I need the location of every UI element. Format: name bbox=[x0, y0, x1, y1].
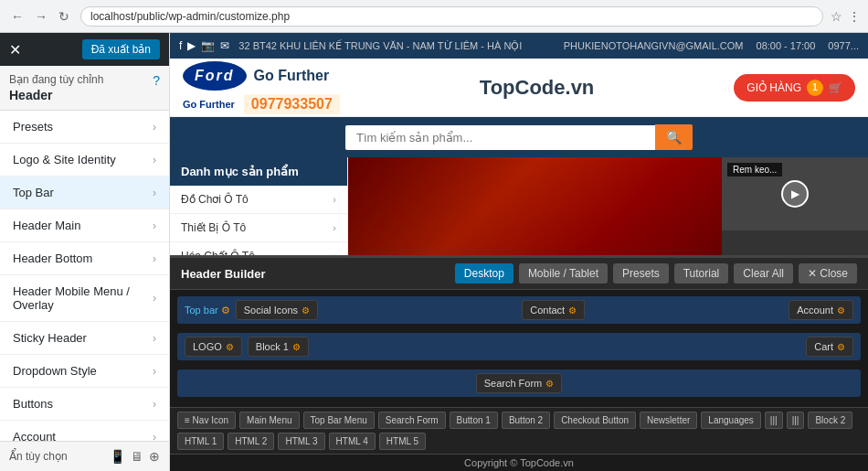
clear-all-button[interactable]: Clear All bbox=[734, 263, 793, 284]
topbar-label: Top bar bbox=[185, 305, 218, 316]
social-right: PHUKIENOTOHANGIVN@GMAIL.COM 08:00 - 17:0… bbox=[564, 40, 859, 51]
checkout-button-element[interactable]: Checkout Button bbox=[554, 412, 636, 429]
sidebar-item-topbar[interactable]: Top Bar › bbox=[0, 177, 169, 209]
search-button[interactable]: 🔍 bbox=[655, 124, 693, 150]
tutorial-button[interactable]: Tutorial bbox=[674, 263, 729, 284]
slot-gear-icon[interactable]: ⚙ bbox=[545, 379, 554, 389]
html1-element[interactable]: HTML 1 bbox=[177, 433, 224, 450]
sidebar-item-logo[interactable]: Logo & Site Identity › bbox=[0, 144, 169, 177]
slot-gear-icon[interactable]: ⚙ bbox=[292, 342, 301, 352]
category-item-2[interactable]: Thiết Bị Ô Tô › bbox=[170, 214, 347, 242]
sidebar-bottom: Ẩn tùy chọn 📱 🖥 ⊕ bbox=[0, 441, 169, 471]
mobile-view-icon[interactable]: 📱 bbox=[110, 449, 125, 464]
desktop-view-icon[interactable]: 🖥 bbox=[131, 449, 143, 464]
phone-number: 0977933507 bbox=[244, 94, 340, 114]
newsletter-element[interactable]: Newsletter bbox=[640, 412, 697, 429]
url-bar[interactable] bbox=[80, 6, 823, 27]
top-social-bar: f ▶ 📷 ✉ 32 BT42 KHU LIÊN KẾ TRUNG VĂN - … bbox=[170, 33, 868, 59]
presets-button[interactable]: Presets bbox=[613, 263, 669, 284]
slot-label: Social Icons bbox=[244, 305, 298, 316]
slot-gear-icon[interactable]: ⚙ bbox=[302, 305, 310, 316]
sidebar-item-label: Presets bbox=[13, 120, 53, 134]
instagram-icon[interactable]: 📷 bbox=[201, 39, 215, 52]
category-item-1[interactable]: Đồ Chơi Ô Tô › bbox=[170, 186, 347, 214]
phone-text: 0977... bbox=[828, 40, 859, 51]
video-thumb[interactable]: Rem keo... ▶ bbox=[722, 157, 868, 230]
forward-button[interactable]: → bbox=[31, 7, 51, 26]
slot-label: Account bbox=[797, 305, 833, 316]
close-builder-button[interactable]: ✕ Close bbox=[799, 263, 857, 284]
chevron-right-icon: › bbox=[153, 332, 156, 345]
block2-element[interactable]: Block 2 bbox=[808, 412, 852, 429]
sidebar-item-label: Sticky Header bbox=[13, 331, 87, 345]
search-row-inner: Search Form ⚙ bbox=[177, 369, 861, 397]
sidebar-item-presets[interactable]: Presets › bbox=[0, 111, 169, 144]
sidebar-item-header-bottom[interactable]: Header Bottom › bbox=[0, 242, 169, 275]
desktop-view-button[interactable]: Desktop bbox=[455, 263, 513, 284]
hb-actions: Desktop Mobile / Tablet Presets Tutorial… bbox=[455, 263, 857, 284]
chevron-right-icon: › bbox=[153, 365, 156, 378]
mail-icon[interactable]: ✉ bbox=[220, 39, 229, 52]
html4-element[interactable]: HTML 4 bbox=[329, 433, 376, 450]
slot-gear-icon[interactable]: ⚙ bbox=[226, 342, 234, 352]
back-button[interactable]: ← bbox=[7, 7, 27, 26]
ford-badge: Ford bbox=[183, 61, 247, 91]
account-slot[interactable]: Account ⚙ bbox=[789, 300, 853, 320]
publish-button[interactable]: Đã xuất bản bbox=[82, 39, 160, 59]
html3-element[interactable]: HTML 3 bbox=[278, 433, 324, 450]
menu-icon: ⋮ bbox=[848, 9, 861, 24]
sidebar-close-button[interactable]: ✕ bbox=[9, 41, 21, 59]
search-form-element[interactable]: Search Form bbox=[378, 412, 446, 429]
sidebar-item-buttons[interactable]: Buttons › bbox=[0, 388, 169, 421]
gear-icon[interactable]: ⚙ bbox=[221, 305, 230, 316]
cart-button[interactable]: GIỎ HÀNG 1 🛒 bbox=[734, 74, 855, 102]
button2-element[interactable]: Button 2 bbox=[502, 412, 550, 429]
nav-icon-element[interactable]: ≡ Nav Icon bbox=[177, 412, 236, 429]
slot-gear-icon[interactable]: ⚙ bbox=[568, 305, 577, 316]
sidebar-item-label: Buttons bbox=[13, 397, 53, 411]
social-icons: f ▶ 📷 ✉ bbox=[179, 39, 229, 52]
contact-slot[interactable]: Contact ⚙ bbox=[522, 300, 585, 320]
social-icons-slot[interactable]: Social Icons ⚙ bbox=[236, 300, 318, 320]
separator-element-2[interactable]: ||| bbox=[787, 412, 805, 429]
languages-element[interactable]: Languages bbox=[701, 412, 761, 429]
category-menu: Danh mục sản phẩm Đồ Chơi Ô Tô › Thiết B… bbox=[170, 157, 348, 255]
logo-slot[interactable]: LOGO ⚙ bbox=[185, 337, 242, 357]
preview-area: f ▶ 📷 ✉ 32 BT42 KHU LIÊN KẾ TRUNG VĂN - … bbox=[170, 33, 868, 471]
cart-slot[interactable]: Cart ⚙ bbox=[806, 337, 853, 357]
topbar-row-inner: Top bar ⚙ Social Icons ⚙ Contact ⚙ bbox=[177, 296, 861, 324]
ford-logo-area: Ford Go Further Go Further 0977933507 bbox=[183, 61, 340, 114]
facebook-icon[interactable]: f bbox=[179, 39, 182, 52]
separator-element-1[interactable]: ||| bbox=[765, 412, 783, 429]
main-menu-element[interactable]: Main Menu bbox=[239, 412, 299, 429]
top-bar-menu-element[interactable]: Top Bar Menu bbox=[303, 412, 375, 429]
builder-rows: Top bar ⚙ Social Icons ⚙ Contact ⚙ bbox=[170, 290, 868, 407]
search-form-slot[interactable]: Search Form ⚙ bbox=[476, 373, 563, 393]
search-row: Search Form ⚙ bbox=[177, 367, 861, 400]
sidebar-item-dropdown[interactable]: Dropdown Style › bbox=[0, 355, 169, 388]
add-icon[interactable]: ⊕ bbox=[149, 449, 160, 464]
play-button[interactable]: ▶ bbox=[781, 180, 809, 208]
category-item-3[interactable]: Hóa Chất Ô Tô › bbox=[170, 242, 347, 255]
cart-label: GIỎ HÀNG bbox=[746, 81, 801, 94]
sidebar-item-header-main[interactable]: Header Main › bbox=[0, 209, 169, 242]
main-container: ✕ Đã xuất bản Bạn đang tùy chỉnh Header … bbox=[0, 33, 868, 471]
refresh-button[interactable]: ↻ bbox=[55, 7, 73, 26]
mobile-view-button[interactable]: Mobile / Tablet bbox=[519, 263, 608, 284]
sidebar-item-account[interactable]: Account › bbox=[0, 421, 169, 441]
html2-element[interactable]: HTML 2 bbox=[228, 433, 274, 450]
button1-element[interactable]: Button 1 bbox=[450, 412, 498, 429]
slot-gear-icon[interactable]: ⚙ bbox=[837, 305, 845, 316]
header-builder: Header Builder Desktop Mobile / Tablet P… bbox=[170, 255, 868, 471]
sidebar-item-sticky[interactable]: Sticky Header › bbox=[0, 322, 169, 355]
category-header: Danh mục sản phẩm bbox=[170, 157, 347, 186]
block1-slot[interactable]: Block 1 ⚙ bbox=[248, 337, 309, 357]
youtube-icon[interactable]: ▶ bbox=[187, 39, 196, 52]
html5-element[interactable]: HTML 5 bbox=[379, 433, 426, 450]
copyright-bar: Copyright © TopCode.vn bbox=[170, 454, 868, 471]
chevron-right-icon: › bbox=[153, 292, 156, 305]
sidebar-item-mobile-menu[interactable]: Header Mobile Menu / Overlay › bbox=[0, 275, 169, 322]
help-icon[interactable]: ? bbox=[153, 73, 160, 88]
search-input[interactable] bbox=[345, 125, 655, 150]
slot-gear-icon[interactable]: ⚙ bbox=[837, 342, 845, 352]
